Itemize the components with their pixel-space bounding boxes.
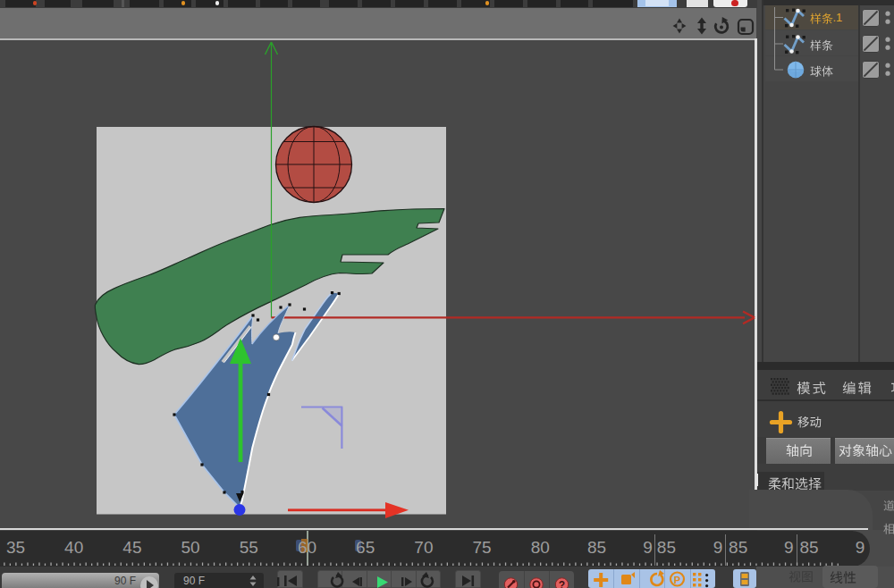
svg-text:P: P: [674, 575, 680, 585]
svg-text:?: ?: [559, 579, 565, 588]
